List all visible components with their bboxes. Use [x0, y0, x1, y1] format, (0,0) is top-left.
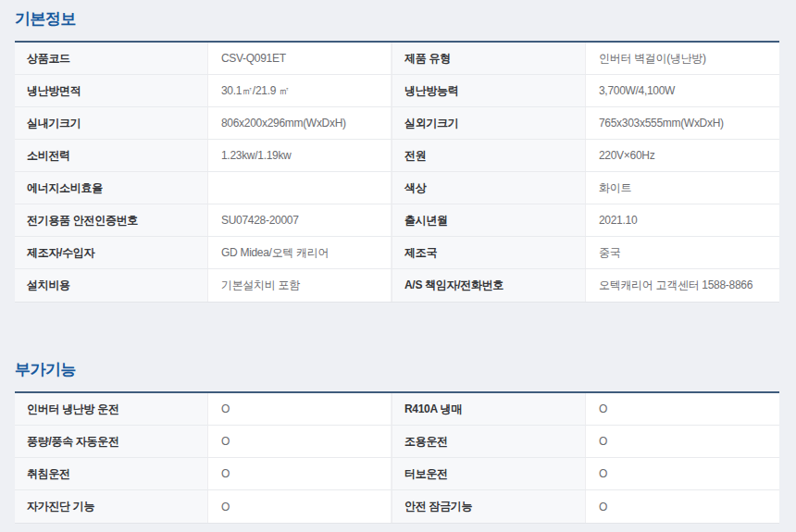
- table-row: 에너지소비효율 색상 화이트: [15, 172, 779, 204]
- spec-value: O: [208, 393, 392, 425]
- spec-label: 상품코드: [15, 43, 208, 74]
- spec-value: 기본설치비 포함: [208, 269, 392, 302]
- spec-label: 색상: [392, 172, 586, 204]
- spec-value: 인버터 벽걸이(냉난방): [586, 43, 779, 74]
- spec-value: O: [586, 490, 779, 523]
- spec-label: 실내기크기: [15, 107, 208, 139]
- spec-label: 터보운전: [392, 458, 586, 489]
- extra-features-table: 인버터 냉난방 운전 O R410A 냉매 O 풍량/풍속 자동운전 O 조용운…: [15, 391, 779, 524]
- spec-label: 자가진단 기능: [15, 490, 208, 523]
- spec-label: 에너지소비효율: [15, 172, 208, 204]
- spec-label: 전원: [392, 140, 586, 171]
- spec-value: 2021.10: [586, 204, 779, 236]
- spec-value: O: [586, 426, 779, 457]
- spec-value: 중국: [586, 237, 779, 268]
- spec-value: CSV-Q091ET: [208, 43, 392, 74]
- spec-value: O: [586, 393, 779, 425]
- spec-value: O: [586, 458, 779, 489]
- spec-value: 화이트: [586, 172, 779, 204]
- spec-value: 3,700W/4,100W: [586, 75, 779, 106]
- table-row: 풍량/풍속 자동운전 O 조용운전 O: [15, 426, 779, 458]
- spec-value: GD Midea/오텍 캐리어: [208, 237, 392, 268]
- spec-value: O: [208, 426, 392, 457]
- spec-label: 제조국: [392, 237, 586, 268]
- spec-value: 오텍캐리어 고객센터 1588-8866: [586, 269, 779, 302]
- table-row: 인버터 냉난방 운전 O R410A 냉매 O: [15, 393, 779, 426]
- section-title: 부가기능: [15, 361, 796, 379]
- spec-label: 설치비용: [15, 269, 208, 302]
- spec-value: 30.1㎡/21.9 ㎡: [208, 75, 392, 106]
- section-title: 기본정보: [15, 10, 796, 29]
- product-spec-page: 기본정보 상품코드 CSV-Q091ET 제품 유형 인버터 벽걸이(냉난방) …: [0, 0, 796, 524]
- spec-label: 풍량/풍속 자동운전: [15, 426, 208, 457]
- basic-info-section: 기본정보 상품코드 CSV-Q091ET 제품 유형 인버터 벽걸이(냉난방) …: [15, 10, 796, 303]
- spec-label: 냉난방면적: [15, 75, 208, 106]
- table-row: 취침운전 O 터보운전 O: [15, 458, 779, 490]
- spec-label: 인버터 냉난방 운전: [15, 393, 208, 425]
- spec-label: 조용운전: [392, 426, 586, 457]
- table-row: 소비전력 1.23kw/1.19kw 전원 220V×60Hz: [15, 140, 779, 172]
- spec-value: 220V×60Hz: [586, 140, 779, 171]
- spec-label: 실외기크기: [392, 107, 586, 139]
- spec-label: 전기용품 안전인증번호: [15, 204, 208, 236]
- table-row: 제조자/수입자 GD Midea/오텍 캐리어 제조국 중국: [15, 237, 779, 269]
- spec-label: 냉난방능력: [392, 75, 586, 106]
- spec-value: [208, 172, 392, 204]
- table-row: 상품코드 CSV-Q091ET 제품 유형 인버터 벽걸이(냉난방): [15, 43, 779, 75]
- spec-label: 제품 유형: [392, 43, 586, 74]
- spec-value: 765x303x555mm(WxDxH): [586, 107, 779, 139]
- extra-features-section: 부가기능 인버터 냉난방 운전 O R410A 냉매 O 풍량/풍속 자동운전 …: [15, 361, 796, 524]
- spec-value: 1.23kw/1.19kw: [208, 140, 392, 171]
- spec-value: O: [208, 490, 392, 523]
- spec-value: O: [208, 458, 392, 489]
- table-row: 자가진단 기능 O 안전 잠금기능 O: [15, 490, 779, 523]
- spec-label: 소비전력: [15, 140, 208, 171]
- spec-value: 806x200x296mm(WxDxH): [208, 107, 392, 139]
- spec-label: 취침운전: [15, 458, 208, 489]
- table-row: 전기용품 안전인증번호 SU07428-20007 출시년월 2021.10: [15, 204, 779, 237]
- table-row: 냉난방면적 30.1㎡/21.9 ㎡ 냉난방능력 3,700W/4,100W: [15, 75, 779, 107]
- basic-info-table: 상품코드 CSV-Q091ET 제품 유형 인버터 벽걸이(냉난방) 냉난방면적…: [15, 41, 779, 303]
- spec-label: 안전 잠금기능: [392, 490, 586, 523]
- spec-label: R410A 냉매: [392, 393, 586, 425]
- table-row: 설치비용 기본설치비 포함 A/S 책임자/전화번호 오텍캐리어 고객센터 15…: [15, 269, 779, 302]
- spec-label: 제조자/수입자: [15, 237, 208, 268]
- table-row: 실내기크기 806x200x296mm(WxDxH) 실외기크기 765x303…: [15, 107, 779, 140]
- spec-label: 출시년월: [392, 204, 586, 236]
- spec-value: SU07428-20007: [208, 204, 392, 236]
- spec-label: A/S 책임자/전화번호: [392, 269, 586, 302]
